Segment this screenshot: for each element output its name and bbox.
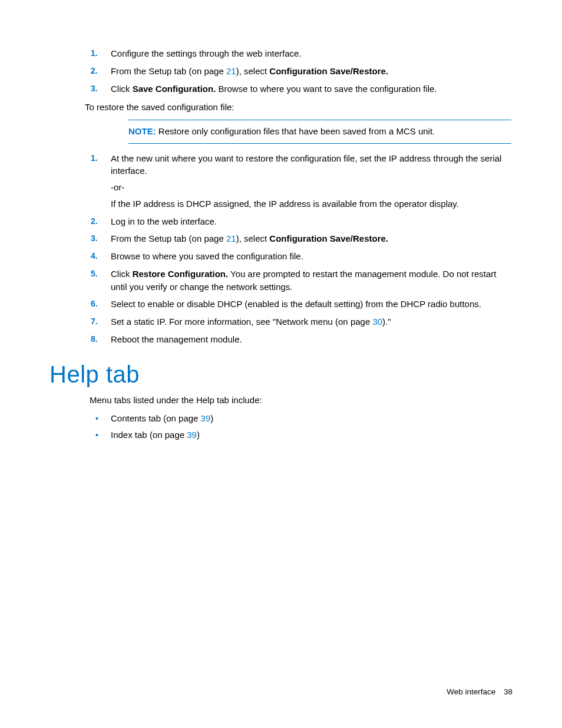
text-fragment: Contents tab (on page	[111, 413, 201, 423]
footer-page-number: 38	[504, 687, 513, 696]
step-number: 3.	[91, 83, 98, 94]
list-item: 1. Configure the settings through the we…	[91, 47, 513, 60]
page-footer: Web interface 38	[447, 687, 513, 696]
text-fragment: From the Setup tab (on page	[111, 66, 226, 76]
list-item: 7. Set a static IP. For more information…	[91, 315, 513, 328]
list-item: 4. Browse to where you saved the configu…	[91, 250, 513, 263]
bold-text: Configuration Save/Restore.	[269, 233, 388, 243]
page-link[interactable]: 21	[226, 66, 236, 76]
text-fragment: Click	[111, 84, 133, 94]
text-fragment: Set a static IP. For more information, s…	[111, 317, 372, 327]
text-fragment: Click	[111, 269, 133, 279]
list-item: 8. Reboot the management module.	[91, 333, 513, 346]
restore-config-steps: 1. At the new unit where you want to res…	[91, 152, 513, 346]
page-link[interactable]: 30	[372, 317, 382, 327]
step-text: Browse to where you saved the configurat…	[111, 251, 303, 261]
step-number: 3.	[91, 232, 98, 244]
bold-text: Save Configuration.	[133, 84, 216, 94]
note-label: NOTE:	[128, 126, 156, 136]
text-fragment: )	[197, 430, 200, 440]
step-text: From the Setup tab (on page 21), select …	[111, 66, 388, 76]
list-item: Index tab (on page 39)	[91, 429, 513, 442]
step-number: 8.	[91, 333, 98, 345]
step-number: 1.	[91, 152, 98, 164]
text-fragment: Browse to where you want to save the con…	[216, 84, 437, 94]
step-subtext: If the IP address is DHCP assigned, the …	[111, 197, 513, 210]
list-item: 6. Select to enable or disable DHCP (ena…	[91, 298, 513, 311]
step-number: 1.	[91, 47, 98, 59]
bold-text: Configuration Save/Restore.	[269, 66, 388, 76]
step-text: At the new unit where you want to restor…	[111, 153, 501, 176]
step-text: Set a static IP. For more information, s…	[111, 317, 391, 327]
text-fragment: )."	[382, 317, 391, 327]
step-number: 2.	[91, 65, 98, 77]
section-heading: Help tab	[49, 361, 513, 388]
bold-text: Restore Configuration.	[133, 269, 229, 279]
list-item: Contents tab (on page 39)	[91, 412, 513, 425]
step-number: 6.	[91, 298, 98, 309]
text-fragment: ), select	[236, 66, 270, 76]
help-intro: Menu tabs listed under the Help tab incl…	[90, 394, 513, 407]
note-rule-top	[128, 120, 511, 120]
step-subtext: -or-	[111, 181, 513, 194]
page-content: 1. Configure the settings through the we…	[49, 47, 513, 442]
note-text: Restore only configuration files that ha…	[156, 126, 435, 136]
restore-intro: To restore the saved configuration file:	[85, 101, 513, 114]
step-number: 4.	[91, 250, 98, 262]
step-text: Log in to the web interface.	[111, 216, 217, 226]
save-config-steps: 1. Configure the settings through the we…	[91, 47, 513, 95]
step-text: Configure the settings through the web i…	[111, 48, 302, 58]
page-link[interactable]: 39	[201, 413, 211, 423]
note-rule-bottom	[128, 143, 511, 144]
note-content: NOTE: Restore only configuration files t…	[128, 124, 511, 140]
text-fragment: )	[210, 413, 213, 423]
step-text: From the Setup tab (on page 21), select …	[111, 233, 388, 243]
text-fragment: From the Setup tab (on page	[111, 233, 226, 243]
step-text: Click Save Configuration. Browse to wher…	[111, 84, 437, 94]
list-item: 3. From the Setup tab (on page 21), sele…	[91, 232, 513, 245]
document-page: 1. Configure the settings through the we…	[0, 0, 562, 728]
step-text: Reboot the management module.	[111, 334, 242, 344]
list-item: 1. At the new unit where you want to res…	[91, 152, 513, 210]
step-text: Select to enable or disable DHCP (enable…	[111, 299, 481, 309]
step-number: 7.	[91, 315, 98, 327]
text-fragment: Index tab (on page	[111, 430, 187, 440]
footer-section: Web interface	[447, 687, 495, 696]
list-item: 5. Click Restore Configuration. You are …	[91, 268, 513, 294]
note-block: NOTE: Restore only configuration files t…	[128, 120, 511, 144]
page-link[interactable]: 21	[226, 233, 236, 243]
step-text: Click Restore Configuration. You are pro…	[111, 269, 496, 292]
page-link[interactable]: 39	[187, 430, 197, 440]
list-item: 2. Log in to the web interface.	[91, 215, 513, 228]
help-tab-list: Contents tab (on page 39) Index tab (on …	[91, 412, 513, 442]
step-number: 5.	[91, 268, 98, 279]
list-item: 3. Click Save Configuration. Browse to w…	[91, 83, 513, 95]
text-fragment: ), select	[236, 233, 270, 243]
step-number: 2.	[91, 215, 98, 227]
list-item: 2. From the Setup tab (on page 21), sele…	[91, 65, 513, 78]
